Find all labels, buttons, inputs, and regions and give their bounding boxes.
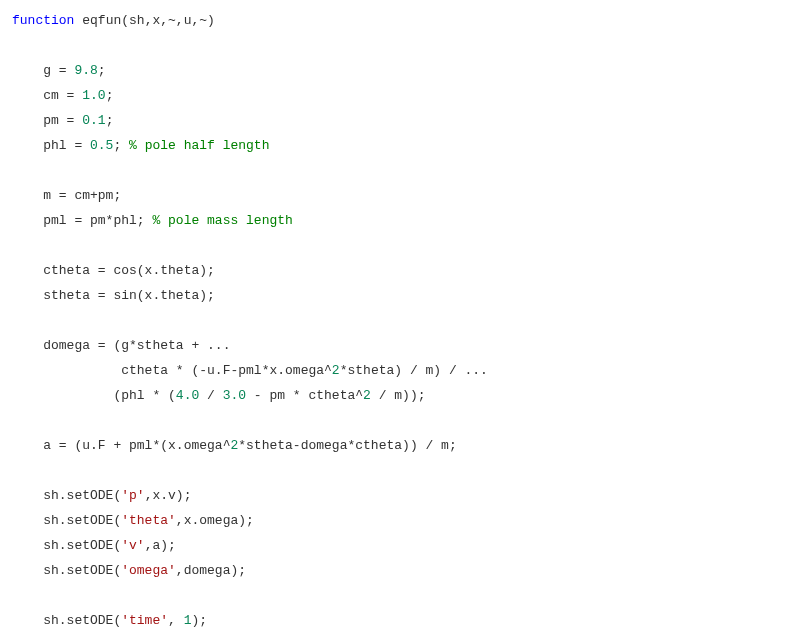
- code-line: sh.setODE(: [12, 563, 121, 578]
- code-text: ,domega);: [176, 563, 246, 578]
- code-line: (phl * (: [12, 388, 176, 403]
- code-text: );: [191, 613, 207, 628]
- number-literal: 2: [363, 388, 371, 403]
- number-literal: 9.8: [74, 63, 97, 78]
- code-text: ;: [113, 138, 129, 153]
- code-line: sh.setODE(: [12, 613, 121, 628]
- code-text: ,x.v);: [145, 488, 192, 503]
- number-literal: 0.1: [82, 113, 105, 128]
- code-text: ;: [106, 113, 114, 128]
- string-literal: 'v': [121, 538, 144, 553]
- code-text: - pm * ctheta^: [246, 388, 363, 403]
- code-text: /: [199, 388, 222, 403]
- code-line: sh.setODE(: [12, 488, 121, 503]
- code-line: g =: [12, 63, 74, 78]
- string-literal: 'time': [121, 613, 168, 628]
- code-text: ,x.omega);: [176, 513, 254, 528]
- code-line: sh.setODE(: [12, 538, 121, 553]
- number-literal: 4.0: [176, 388, 199, 403]
- code-line: domega = (g*stheta + ...: [12, 338, 230, 353]
- code-line: ctheta = cos(x.theta);: [12, 263, 215, 278]
- code-line: sh.setODE(: [12, 513, 121, 528]
- string-literal: 'omega': [121, 563, 176, 578]
- number-literal: 0.5: [90, 138, 113, 153]
- code-line: ctheta * (-u.F-pml*x.omega^: [12, 363, 332, 378]
- number-literal: 1.0: [82, 88, 105, 103]
- code-text: ,: [168, 613, 184, 628]
- string-literal: 'theta': [121, 513, 176, 528]
- code-line: pml = pm*phl;: [12, 213, 152, 228]
- number-literal: 3.0: [223, 388, 246, 403]
- string-literal: 'p': [121, 488, 144, 503]
- code-text: ;: [98, 63, 106, 78]
- code-block: function eqfun(sh,x,~,u,~) g = 9.8; cm =…: [0, 0, 786, 636]
- code-text: / m));: [371, 388, 426, 403]
- code-line: pm =: [12, 113, 82, 128]
- code-line: stheta = sin(x.theta);: [12, 288, 215, 303]
- code-line: m = cm+pm;: [12, 188, 121, 203]
- number-literal: 2: [332, 363, 340, 378]
- code-line: phl =: [12, 138, 90, 153]
- keyword-function: function: [12, 13, 74, 28]
- func-decl: eqfun(sh,x,~,u,~): [74, 13, 214, 28]
- code-text: *stheta-domega*ctheta)) / m;: [238, 438, 456, 453]
- code-text: *stheta) / m) / ...: [340, 363, 488, 378]
- code-line: cm =: [12, 88, 82, 103]
- code-text: ,a);: [145, 538, 176, 553]
- comment: % pole half length: [129, 138, 269, 153]
- comment: % pole mass length: [152, 213, 292, 228]
- code-text: ;: [106, 88, 114, 103]
- code-line: a = (u.F + pml*(x.omega^: [12, 438, 230, 453]
